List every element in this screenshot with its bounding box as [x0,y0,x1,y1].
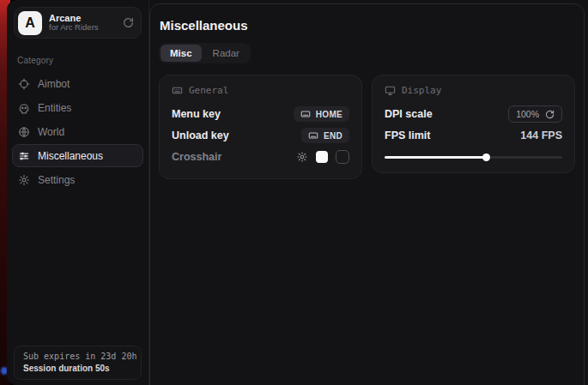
app-subtitle: for Arc Riders [49,23,116,33]
crosshair-icon [18,78,30,90]
crosshair-color-swatch[interactable] [316,151,328,163]
fps-limit-row: FPS limit 144 FPS [385,125,562,146]
unload-key-bind-button[interactable]: END [301,128,349,143]
sidebar-item-aimbot[interactable]: Aimbot [12,72,143,95]
sync-icon[interactable] [123,17,134,28]
sidebar-item-label: World [38,126,64,138]
cards-row: General Menu key HOME [159,75,575,179]
main-area: Miscellaneous Misc Radar General [149,0,588,385]
dpi-scale-select[interactable]: 100% [508,105,562,123]
sidebar-item-entities[interactable]: Entities [12,96,143,119]
sidebar-item-settings[interactable]: Settings [12,168,143,191]
gear-icon [18,174,30,186]
menu-key-label: Menu key [172,108,221,120]
general-card-header: General [172,85,349,96]
sidebar-item-miscellaneous[interactable]: Miscellaneous [12,144,143,167]
session-duration-text: Session duration 50s [23,364,132,373]
menu-key-bind-button[interactable]: HOME [294,106,349,122]
sidebar-item-label: Miscellaneous [38,150,103,162]
general-card: General Menu key HOME [159,75,362,179]
refresh-icon [545,110,555,119]
display-card-title: Display [402,85,441,96]
sidebar-item-label: Aimbot [38,78,70,90]
app-header-card: A Arcane for Arc Riders [14,7,142,39]
fps-slider-thumb[interactable] [482,153,490,161]
keyboard-icon [172,85,183,96]
tab-radar[interactable]: Radar [203,45,249,62]
sidebar-item-label: Settings [38,174,75,186]
unload-key-label: Unload key [172,129,229,141]
display-card: Display DPI scale 100% [372,75,575,173]
entities-icon [18,102,30,114]
dpi-scale-row: DPI scale 100% [385,104,562,124]
menu-key-value: HOME [316,110,342,119]
sub-expiry-text: Sub expires in 23d 20h [23,352,132,361]
app-window: A Arcane for Arc Riders Category Aimbot [7,0,588,385]
unload-key-row: Unload key END [172,125,349,146]
globe-icon [18,126,30,138]
grid-icon [18,150,30,162]
menu-key-row: Menu key HOME [172,104,349,124]
keyboard-icon [300,109,311,119]
subscription-card: Sub expires in 23d 20h Session duration … [14,346,142,380]
sidebar-item-world[interactable]: World [12,120,143,143]
crosshair-row: Crosshair [172,147,349,167]
general-card-title: General [189,85,228,96]
fps-limit-label: FPS limit [385,129,430,141]
main-panel: Miscellaneous Misc Radar General [149,3,585,385]
display-card-header: Display [385,85,562,96]
keyboard-icon [308,130,318,141]
crosshair-label: Crosshair [172,151,221,163]
app-logo: A [18,11,42,35]
fps-slider-fill [385,156,486,159]
fps-limit-value: 144 FPS [520,129,562,141]
sidebar-nav: Aimbot Entities World [7,72,149,192]
monitor-icon [385,85,396,96]
crosshair-checkbox[interactable] [336,150,349,164]
app-meta: Arcane for Arc Riders [49,13,116,33]
tab-group: Misc Radar [159,43,251,63]
dpi-scale-label: DPI scale [385,108,433,120]
crosshair-settings-gear-icon[interactable] [296,151,308,163]
sidebar: A Arcane for Arc Riders Category Aimbot [7,0,149,385]
fps-limit-slider[interactable] [385,153,562,161]
category-label: Category [17,56,149,65]
sidebar-item-label: Entities [38,102,71,114]
tab-misc[interactable]: Misc [161,45,202,62]
page-title: Miscellaneous [160,18,575,33]
unload-key-value: END [324,131,342,141]
dpi-scale-value: 100% [516,109,539,119]
crosshair-controls [296,150,349,164]
